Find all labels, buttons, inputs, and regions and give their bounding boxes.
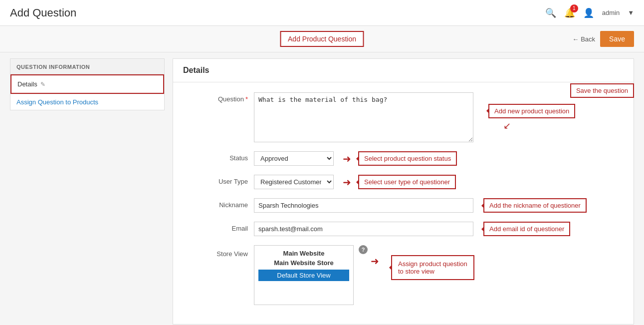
status-select[interactable]: Approved Pending Rejected [254,151,334,166]
question-input[interactable]: What is the material of this bag? [254,92,473,142]
content-area: Details Question* What is the material o… [173,58,634,325]
save-tooltip: Save the question [570,83,634,98]
status-control-wrap: Approved Pending Rejected ➜ Select produ… [254,151,619,166]
header-actions: 🔍 🔔 1 👤 admin ▼ [545,7,634,18]
usertype-row: User Type Registered Customer Guest ➜ Se… [188,175,619,189]
arrow-down-right-icon: ↙ [503,120,511,131]
assign-question-link[interactable]: Assign Question to Products [10,94,164,110]
new-question-tooltip: Add new product question [488,104,575,118]
main-layout: QUESTION INFORMATION Details ✎ Assign Qu… [0,48,644,325]
content-title: Details [173,59,634,82]
back-label: Back [581,35,595,43]
usertype-tooltip: Select user type of questioner [358,175,456,189]
sidebar-item-label: Details [17,80,37,88]
status-tooltip: Select product question status [358,151,457,166]
email-tooltip: Add email id of questioner [483,222,570,236]
notification-wrap[interactable]: 🔔 1 [564,7,575,18]
required-star: * [245,95,248,103]
nickname-label: Nickname [188,198,248,209]
storeview-arrow-icon: ➜ [371,255,379,267]
sidebar: QUESTION INFORMATION Details ✎ Assign Qu… [10,58,165,325]
nickname-input[interactable]: Sparsh Technologies [254,198,473,213]
back-button[interactable]: ← Back [572,35,595,43]
notification-badge: 1 [570,4,578,12]
save-button[interactable]: Save [600,31,634,47]
edit-icon: ✎ [40,81,45,88]
store-main-website: Main Website [258,250,349,257]
status-arrow-icon: ➜ [343,153,351,165]
email-label: Email [188,222,248,232]
add-product-question-tooltip: Add Product Question [280,31,364,47]
user-icon[interactable]: 👤 [583,7,594,18]
toolbar: Add Product Question ← Back Save [0,26,644,52]
toolbar-center-tooltip: Add Product Question [280,31,364,47]
store-view-box[interactable]: Main Website Main Website Store Default … [254,245,354,305]
storeview-label: Store View [188,245,248,258]
form-area: Question* What is the material of this b… [173,82,634,324]
usertype-control-wrap: Registered Customer Guest ➜ Select user … [254,175,619,189]
help-icon[interactable]: ? [359,245,368,254]
storeview-tooltip: Assign product question to store view [391,255,474,280]
admin-label[interactable]: admin [602,9,620,16]
top-header: Add Question 🔍 🔔 1 👤 admin ▼ [0,0,644,26]
email-input[interactable]: sparsh.test@mail.com [254,222,473,236]
email-row: Email sparsh.test@mail.com Add email id … [188,222,619,236]
search-icon[interactable]: 🔍 [545,7,556,18]
back-arrow-icon: ← [572,35,579,43]
status-row: Status Approved Pending Rejected ➜ Selec… [188,151,619,166]
page-title: Add Question [10,6,545,19]
status-label: Status [188,151,248,162]
question-control-wrap: What is the material of this bag? Add ne… [254,92,619,142]
question-row: Question* What is the material of this b… [188,92,619,142]
nickname-tooltip: Add the nickname of questioner [483,198,587,213]
admin-dropdown-icon[interactable]: ▼ [628,9,634,16]
sidebar-nav: Details ✎ Assign Question to Products [10,74,165,110]
store-default-option[interactable]: Default Store View [258,270,349,281]
storeview-row: Store View Main Website Main Website Sto… [188,245,619,305]
nickname-control-wrap: Sparsh Technologies Add the nickname of … [254,198,619,213]
sidebar-item-details[interactable]: Details ✎ [10,74,164,94]
question-label: Question* [188,92,248,103]
store-main-website-store: Main Website Store [258,259,349,267]
usertype-label: User Type [188,175,248,185]
email-control-wrap: sparsh.test@mail.com Add email id of que… [254,222,619,236]
usertype-select[interactable]: Registered Customer Guest [254,175,334,189]
nickname-row: Nickname Sparsh Technologies Add the nic… [188,198,619,213]
sidebar-section-title: QUESTION INFORMATION [10,58,165,74]
storeview-control-wrap: Main Website Main Website Store Default … [254,245,619,305]
usertype-arrow-icon: ➜ [343,176,351,188]
